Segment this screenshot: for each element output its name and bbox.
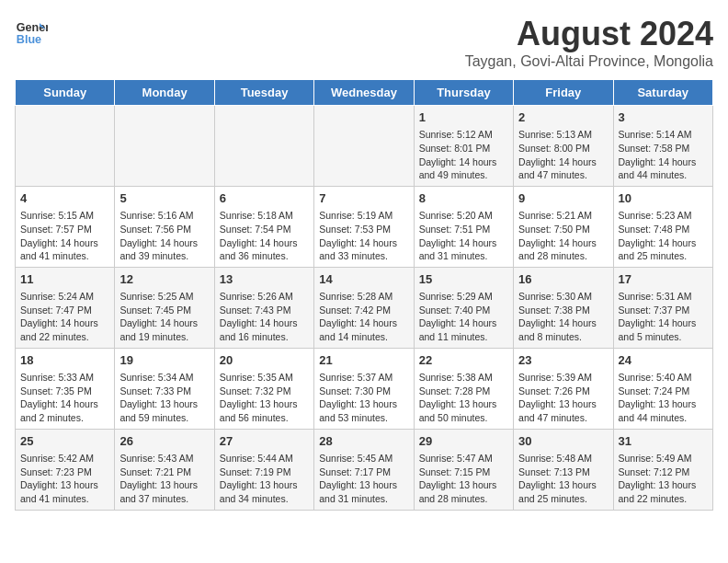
calendar-body: 1Sunrise: 5:12 AM Sunset: 8:01 PM Daylig…: [16, 106, 713, 511]
calendar-cell: [115, 106, 214, 187]
calendar-cell: 20Sunrise: 5:35 AM Sunset: 7:32 PM Dayli…: [214, 348, 313, 429]
calendar-cell: 29Sunrise: 5:47 AM Sunset: 7:15 PM Dayli…: [414, 429, 513, 510]
calendar-header: SundayMondayTuesdayWednesdayThursdayFrid…: [16, 80, 713, 106]
day-info: Sunrise: 5:29 AM Sunset: 7:40 PM Dayligh…: [419, 290, 508, 344]
day-number: 11: [20, 271, 109, 288]
day-number: 9: [518, 190, 608, 207]
day-info: Sunrise: 5:13 AM Sunset: 8:00 PM Dayligh…: [518, 128, 608, 182]
calendar-cell: 26Sunrise: 5:43 AM Sunset: 7:21 PM Dayli…: [115, 429, 214, 510]
day-info: Sunrise: 5:31 AM Sunset: 7:37 PM Dayligh…: [619, 290, 708, 344]
day-info: Sunrise: 5:15 AM Sunset: 7:57 PM Dayligh…: [20, 209, 109, 263]
calendar-cell: 12Sunrise: 5:25 AM Sunset: 7:45 PM Dayli…: [115, 267, 214, 348]
day-number: 26: [119, 433, 209, 450]
day-info: Sunrise: 5:23 AM Sunset: 7:48 PM Dayligh…: [619, 209, 708, 263]
day-info: Sunrise: 5:12 AM Sunset: 8:01 PM Dayligh…: [419, 128, 508, 182]
calendar-cell: 22Sunrise: 5:38 AM Sunset: 7:28 PM Dayli…: [414, 348, 513, 429]
day-number: 22: [419, 352, 508, 369]
calendar-cell: [214, 106, 313, 187]
calendar-week-4: 25Sunrise: 5:42 AM Sunset: 7:23 PM Dayli…: [16, 429, 713, 510]
calendar-week-1: 4Sunrise: 5:15 AM Sunset: 7:57 PM Daylig…: [16, 186, 713, 267]
day-info: Sunrise: 5:19 AM Sunset: 7:53 PM Dayligh…: [319, 209, 408, 263]
day-number: 12: [119, 271, 209, 288]
day-number: 5: [119, 190, 209, 207]
day-number: 31: [619, 433, 708, 450]
day-info: Sunrise: 5:40 AM Sunset: 7:24 PM Dayligh…: [619, 371, 708, 425]
day-info: Sunrise: 5:39 AM Sunset: 7:26 PM Dayligh…: [518, 371, 608, 425]
calendar-cell: [16, 106, 115, 187]
day-number: 7: [319, 190, 408, 207]
day-number: 28: [319, 433, 408, 450]
calendar-cell: 19Sunrise: 5:34 AM Sunset: 7:33 PM Dayli…: [115, 348, 214, 429]
svg-text:Blue: Blue: [17, 33, 41, 46]
header-cell-sunday: Sunday: [16, 80, 115, 106]
calendar-cell: 1Sunrise: 5:12 AM Sunset: 8:01 PM Daylig…: [414, 106, 513, 187]
day-info: Sunrise: 5:24 AM Sunset: 7:47 PM Dayligh…: [20, 290, 109, 344]
header-cell-thursday: Thursday: [414, 80, 513, 106]
day-info: Sunrise: 5:33 AM Sunset: 7:35 PM Dayligh…: [20, 371, 109, 425]
calendar-cell: 28Sunrise: 5:45 AM Sunset: 7:17 PM Dayli…: [314, 429, 414, 510]
calendar-cell: 31Sunrise: 5:49 AM Sunset: 7:12 PM Dayli…: [613, 429, 712, 510]
calendar-cell: 3Sunrise: 5:14 AM Sunset: 7:58 PM Daylig…: [613, 106, 712, 187]
header-row: SundayMondayTuesdayWednesdayThursdayFrid…: [16, 80, 713, 106]
day-number: 13: [220, 271, 309, 288]
day-info: Sunrise: 5:47 AM Sunset: 7:15 PM Dayligh…: [419, 452, 508, 506]
calendar-cell: 23Sunrise: 5:39 AM Sunset: 7:26 PM Dayli…: [514, 348, 613, 429]
day-info: Sunrise: 5:38 AM Sunset: 7:28 PM Dayligh…: [419, 371, 508, 425]
calendar-cell: 7Sunrise: 5:19 AM Sunset: 7:53 PM Daylig…: [314, 186, 414, 267]
calendar-cell: 25Sunrise: 5:42 AM Sunset: 7:23 PM Dayli…: [16, 429, 115, 510]
calendar-week-3: 18Sunrise: 5:33 AM Sunset: 7:35 PM Dayli…: [16, 348, 713, 429]
calendar-cell: 18Sunrise: 5:33 AM Sunset: 7:35 PM Dayli…: [16, 348, 115, 429]
day-number: 27: [220, 433, 309, 450]
day-info: Sunrise: 5:42 AM Sunset: 7:23 PM Dayligh…: [20, 452, 109, 506]
header-cell-saturday: Saturday: [613, 80, 712, 106]
day-number: 14: [319, 271, 408, 288]
day-info: Sunrise: 5:26 AM Sunset: 7:43 PM Dayligh…: [220, 290, 309, 344]
day-info: Sunrise: 5:21 AM Sunset: 7:50 PM Dayligh…: [518, 209, 608, 263]
calendar-cell: 9Sunrise: 5:21 AM Sunset: 7:50 PM Daylig…: [514, 186, 613, 267]
header-cell-wednesday: Wednesday: [314, 80, 414, 106]
day-info: Sunrise: 5:16 AM Sunset: 7:56 PM Dayligh…: [119, 209, 209, 263]
calendar-week-2: 11Sunrise: 5:24 AM Sunset: 7:47 PM Dayli…: [16, 267, 713, 348]
day-number: 17: [619, 271, 708, 288]
main-title: August 2024: [465, 15, 713, 53]
day-number: 8: [419, 190, 508, 207]
day-number: 18: [20, 352, 109, 369]
calendar-cell: 14Sunrise: 5:28 AM Sunset: 7:42 PM Dayli…: [314, 267, 414, 348]
day-number: 15: [419, 271, 508, 288]
calendar-cell: 8Sunrise: 5:20 AM Sunset: 7:51 PM Daylig…: [414, 186, 513, 267]
calendar-cell: 21Sunrise: 5:37 AM Sunset: 7:30 PM Dayli…: [314, 348, 414, 429]
subtitle: Taygan, Govi-Altai Province, Mongolia: [465, 53, 713, 70]
day-info: Sunrise: 5:48 AM Sunset: 7:13 PM Dayligh…: [518, 452, 608, 506]
title-area: August 2024 Taygan, Govi-Altai Province,…: [465, 15, 713, 70]
calendar-cell: 13Sunrise: 5:26 AM Sunset: 7:43 PM Dayli…: [214, 267, 313, 348]
calendar-cell: 30Sunrise: 5:48 AM Sunset: 7:13 PM Dayli…: [514, 429, 613, 510]
day-info: Sunrise: 5:18 AM Sunset: 7:54 PM Dayligh…: [220, 209, 309, 263]
calendar-cell: 2Sunrise: 5:13 AM Sunset: 8:00 PM Daylig…: [514, 106, 613, 187]
calendar-cell: 5Sunrise: 5:16 AM Sunset: 7:56 PM Daylig…: [115, 186, 214, 267]
day-number: 30: [518, 433, 608, 450]
day-number: 19: [119, 352, 209, 369]
calendar-cell: 4Sunrise: 5:15 AM Sunset: 7:57 PM Daylig…: [16, 186, 115, 267]
calendar-cell: [314, 106, 414, 187]
day-info: Sunrise: 5:30 AM Sunset: 7:38 PM Dayligh…: [518, 290, 608, 344]
day-number: 25: [20, 433, 109, 450]
day-number: 20: [220, 352, 309, 369]
calendar-table: SundayMondayTuesdayWednesdayThursdayFrid…: [15, 79, 713, 511]
calendar-cell: 17Sunrise: 5:31 AM Sunset: 7:37 PM Dayli…: [613, 267, 712, 348]
calendar-cell: 11Sunrise: 5:24 AM Sunset: 7:47 PM Dayli…: [16, 267, 115, 348]
day-number: 2: [518, 109, 608, 126]
day-number: 29: [419, 433, 508, 450]
logo: General Blue: [15, 15, 48, 48]
day-info: Sunrise: 5:35 AM Sunset: 7:32 PM Dayligh…: [220, 371, 309, 425]
day-info: Sunrise: 5:37 AM Sunset: 7:30 PM Dayligh…: [319, 371, 408, 425]
day-info: Sunrise: 5:20 AM Sunset: 7:51 PM Dayligh…: [419, 209, 508, 263]
day-number: 24: [619, 352, 708, 369]
day-info: Sunrise: 5:25 AM Sunset: 7:45 PM Dayligh…: [119, 290, 209, 344]
header-cell-tuesday: Tuesday: [214, 80, 313, 106]
day-info: Sunrise: 5:28 AM Sunset: 7:42 PM Dayligh…: [319, 290, 408, 344]
day-info: Sunrise: 5:49 AM Sunset: 7:12 PM Dayligh…: [619, 452, 708, 506]
header-cell-friday: Friday: [514, 80, 613, 106]
day-number: 23: [518, 352, 608, 369]
header-cell-monday: Monday: [115, 80, 214, 106]
logo-icon: General Blue: [15, 15, 48, 48]
